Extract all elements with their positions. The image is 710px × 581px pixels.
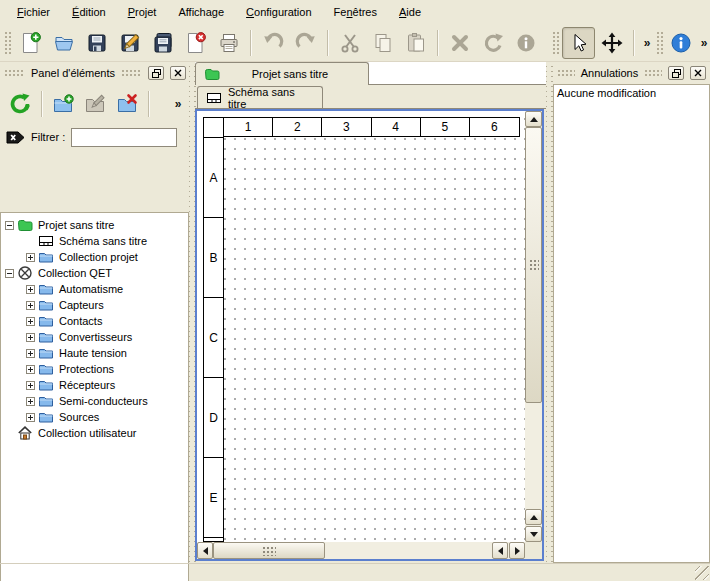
- schema-icon: [38, 233, 54, 249]
- expand-icon[interactable]: [26, 413, 35, 422]
- dock-float-button[interactable]: [668, 66, 684, 80]
- diagram-canvas[interactable]: A B C D E 1 2 3 4 5 6: [197, 111, 525, 542]
- expand-icon[interactable]: [26, 365, 35, 374]
- new-element-button[interactable]: [47, 88, 79, 120]
- tree-item-contacts[interactable]: Contacts: [1, 313, 188, 329]
- tree-item-collection-utilisateur[interactable]: Collection utilisateur: [1, 425, 188, 441]
- selection-mode-button[interactable]: [562, 27, 595, 59]
- toolbar-drag-handle[interactable]: [655, 30, 663, 56]
- delete-element-button[interactable]: [111, 88, 143, 120]
- undo-button[interactable]: [256, 27, 289, 59]
- save-as-button[interactable]: [113, 27, 146, 59]
- paste-icon: [405, 32, 427, 54]
- column-label: 1: [224, 118, 273, 136]
- diagram-info-button[interactable]: [666, 27, 696, 59]
- horizontal-scroll-thumb[interactable]: [213, 542, 325, 559]
- dock-float-button[interactable]: [148, 66, 164, 80]
- tree-item-sources[interactable]: Sources: [1, 409, 188, 425]
- toolbar-separator: [327, 30, 328, 56]
- dock-close-button[interactable]: [170, 66, 186, 80]
- menu-projet[interactable]: Projet: [117, 2, 168, 22]
- filter-input[interactable]: [71, 128, 177, 147]
- expand-icon[interactable]: [26, 349, 35, 358]
- open-project-button[interactable]: [47, 27, 80, 59]
- row-label: C: [204, 298, 223, 378]
- menu-edition[interactable]: Édition: [61, 2, 117, 22]
- clear-filter-icon[interactable]: [6, 130, 25, 145]
- tree-item-schema-sans-titre[interactable]: Schéma sans titre: [1, 233, 188, 249]
- scroll-right-button[interactable]: [509, 542, 525, 559]
- print-button[interactable]: [212, 27, 245, 59]
- tree-item-convertisseurs[interactable]: Convertisseurs: [1, 329, 188, 345]
- expand-icon[interactable]: [26, 317, 35, 326]
- menu-aide[interactable]: Aide: [388, 2, 432, 22]
- vertical-scrollbar[interactable]: [525, 111, 542, 542]
- toolbar-overflow-button[interactable]: »: [170, 97, 186, 111]
- undo-list-item[interactable]: Aucune modification: [554, 85, 709, 101]
- diagram-view[interactable]: A B C D E 1 2 3 4 5 6: [195, 109, 544, 561]
- expand-icon[interactable]: [26, 285, 35, 294]
- scroll-up-button[interactable]: [525, 509, 542, 525]
- collapse-icon[interactable]: [5, 269, 14, 278]
- toolbar-drag-handle[interactable]: [551, 30, 559, 56]
- folder-icon: [38, 313, 54, 329]
- collapse-icon[interactable]: [5, 221, 14, 230]
- vertical-scroll-thumb[interactable]: [525, 127, 542, 403]
- horizontal-scrollbar[interactable]: [197, 542, 525, 559]
- toolbar-row: » »: [0, 24, 710, 62]
- tree-item-capteurs[interactable]: Capteurs: [1, 297, 188, 313]
- copy-button[interactable]: [366, 27, 399, 59]
- scroll-up-button[interactable]: [525, 111, 542, 127]
- scroll-left-button[interactable]: [197, 542, 213, 559]
- row-label: E: [204, 458, 223, 538]
- edit-element-button[interactable]: [79, 88, 111, 120]
- rotate-button[interactable]: [476, 27, 509, 59]
- menu-fenetres[interactable]: Fenêtres: [323, 2, 388, 22]
- new-document-button[interactable]: [14, 27, 47, 59]
- reload-collections-button[interactable]: [4, 88, 36, 120]
- menu-fichier[interactable]: Fichier: [6, 2, 61, 22]
- tree-item-automatisme[interactable]: Automatisme: [1, 281, 188, 297]
- tree-item-semi-conducteurs[interactable]: Semi-conducteurs: [1, 393, 188, 409]
- cut-button[interactable]: [333, 27, 366, 59]
- toolbar-separator: [250, 30, 251, 56]
- menu-configuration[interactable]: Configuration: [235, 2, 322, 22]
- undo-dock-titlebar[interactable]: Annulations: [553, 62, 710, 84]
- elements-panel-titlebar[interactable]: Panel d'éléments: [0, 62, 190, 84]
- tree-item-recepteurs[interactable]: Récepteurs: [1, 377, 188, 393]
- tree-item-collection-qet[interactable]: Collection QET: [1, 265, 188, 281]
- expand-icon[interactable]: [26, 253, 35, 262]
- toolbar-drag-handle[interactable]: [3, 30, 11, 56]
- save-all-button[interactable]: [146, 27, 179, 59]
- menu-affichage[interactable]: Affichage: [167, 2, 235, 22]
- tab-projet-sans-titre[interactable]: Projet sans titre: [195, 62, 369, 85]
- expand-icon[interactable]: [26, 381, 35, 390]
- resize-grip[interactable]: [695, 566, 709, 580]
- row-label: A: [204, 138, 223, 218]
- tree-item-collection-projet[interactable]: Collection projet: [1, 249, 188, 265]
- save-button[interactable]: [80, 27, 113, 59]
- scroll-down-button[interactable]: [525, 526, 542, 542]
- expand-icon[interactable]: [26, 333, 35, 342]
- dock-close-button[interactable]: [690, 66, 706, 80]
- element-info-button[interactable]: [509, 27, 542, 59]
- tree-item-haute-tension[interactable]: Haute tension: [1, 345, 188, 361]
- tree-item-protections[interactable]: Protections: [1, 361, 188, 377]
- undo-history-list[interactable]: Aucune modification: [553, 84, 710, 563]
- expand-icon[interactable]: [26, 301, 35, 310]
- scroll-left-button[interactable]: [492, 542, 508, 559]
- toolbar-separator: [41, 91, 42, 117]
- redo-button[interactable]: [289, 27, 322, 59]
- pan-mode-button[interactable]: [595, 27, 628, 59]
- delete-button[interactable]: [443, 27, 476, 59]
- new-document-icon: [20, 32, 42, 54]
- paste-button[interactable]: [399, 27, 432, 59]
- tree-item-projet-sans-titre[interactable]: Projet sans titre: [1, 217, 188, 233]
- tab-schema-sans-titre[interactable]: Schéma sans titre: [197, 86, 323, 109]
- toolbar-overflow-button[interactable]: »: [696, 36, 710, 50]
- right-splitter[interactable]: [546, 62, 553, 563]
- undo-dock: Annulations Aucune modification: [553, 62, 710, 563]
- redo-icon: [295, 32, 317, 54]
- expand-icon[interactable]: [26, 397, 35, 406]
- close-project-button[interactable]: [179, 27, 212, 59]
